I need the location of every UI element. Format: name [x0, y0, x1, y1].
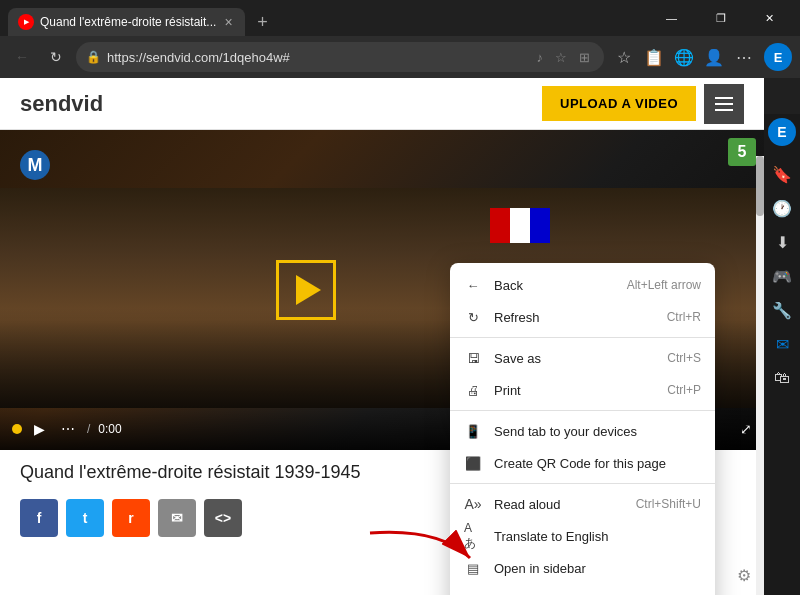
print-label: Print	[494, 383, 655, 398]
context-menu-refresh[interactable]: ↻ Refresh Ctrl+R	[450, 301, 715, 333]
flag-display	[490, 208, 550, 243]
embed-button[interactable]: <>	[204, 499, 242, 537]
sidebar-history-icon[interactable]: 🕐	[766, 192, 798, 224]
context-menu-collections[interactable]: ☆ Add page to Collections ›	[450, 584, 715, 595]
volume-button[interactable]: ⋯	[57, 417, 79, 441]
page-content: sendvid UPLOAD A VIDEO	[0, 78, 764, 595]
browser-frame: Quand l'extrême-droite résistait... × + …	[0, 0, 800, 595]
fullscreen-button[interactable]: ⤢	[740, 421, 752, 437]
play-button[interactable]	[276, 260, 336, 320]
print-icon: 🖨	[464, 381, 482, 399]
refresh-shortcut: Ctrl+R	[667, 310, 701, 324]
saveas-shortcut: Ctrl+S	[667, 351, 701, 365]
qrcode-icon: ⬛	[464, 454, 482, 472]
context-menu-saveas[interactable]: 🖫 Save as Ctrl+S	[450, 342, 715, 374]
ctx-divider-3	[450, 483, 715, 484]
split-view-icon[interactable]: ⊞	[575, 48, 594, 67]
browser-tab[interactable]: Quand l'extrême-droite résistait... ×	[8, 8, 245, 36]
read-aloud-icon[interactable]: ♪	[533, 48, 548, 67]
sidebar-tools-icon[interactable]: 🔧	[766, 294, 798, 326]
sidebar-outlook-icon[interactable]: ✉	[766, 328, 798, 360]
metro-sign: M	[20, 150, 50, 180]
toolbar-icons: ☆ 📋 🌐 👤 ⋯	[610, 43, 758, 71]
new-tab-button[interactable]: +	[249, 8, 277, 36]
context-menu-back[interactable]: ← Back Alt+Left arrow	[450, 269, 715, 301]
readaloud-shortcut: Ctrl+Shift+U	[636, 497, 701, 511]
back-label: Back	[494, 278, 615, 293]
bottom-settings-icon[interactable]: ⚙	[732, 563, 756, 587]
readaloud-icon: A»	[464, 495, 482, 513]
title-bar: Quand l'extrême-droite résistait... × + …	[0, 0, 800, 36]
reddit-share-button[interactable]: r	[112, 499, 150, 537]
refresh-button[interactable]: ↻	[42, 43, 70, 71]
toolbar-more[interactable]: ⋯	[730, 43, 758, 71]
edge-sidebar-profile[interactable]: E	[768, 118, 796, 146]
hamburger-menu-button[interactable]	[704, 84, 744, 124]
sidebar-bookmark-icon[interactable]: 🔖	[766, 158, 798, 190]
print-shortcut: Ctrl+P	[667, 383, 701, 397]
sidebar-label: Open in sidebar	[494, 561, 701, 576]
red-arrow-annotation	[360, 523, 480, 587]
time-separator: /	[87, 422, 90, 436]
menu-line-3	[715, 109, 733, 111]
sidebar-downloads-icon[interactable]: ⬇	[766, 226, 798, 258]
window-controls: — ❐ ✕	[649, 2, 792, 34]
flag-white	[510, 208, 530, 243]
back-button[interactable]: ←	[8, 43, 36, 71]
qrcode-label: Create QR Code for this page	[494, 456, 701, 471]
readaloud-label: Read aloud	[494, 497, 624, 512]
menu-line-1	[715, 97, 733, 99]
sidebar-games-icon[interactable]: 🎮	[766, 260, 798, 292]
lock-icon: 🔒	[86, 50, 101, 64]
context-menu-print[interactable]: 🖨 Print Ctrl+P	[450, 374, 715, 406]
saveas-label: Save as	[494, 351, 655, 366]
hamburger-icon	[715, 97, 733, 111]
sendtab-icon: 📱	[464, 422, 482, 440]
play-control-button[interactable]: ▶	[30, 417, 49, 441]
sidebar-shopping-icon[interactable]: 🛍	[766, 362, 798, 394]
email-share-button[interactable]: ✉	[158, 499, 196, 537]
refresh-ctx-icon: ↻	[464, 308, 482, 326]
favorites-icon[interactable]: ☆	[551, 48, 571, 67]
context-menu-qrcode[interactable]: ⬛ Create QR Code for this page	[450, 447, 715, 479]
minimize-button[interactable]: —	[649, 2, 694, 34]
translate-label: Translate to English	[494, 529, 701, 544]
ctx-divider-1	[450, 337, 715, 338]
upload-button[interactable]: UPLOAD A VIDEO	[542, 86, 696, 121]
ctx-divider-2	[450, 410, 715, 411]
progress-dot	[12, 424, 22, 434]
facebook-share-button[interactable]: f	[20, 499, 58, 537]
close-button[interactable]: ✕	[747, 2, 792, 34]
toolbar-collections[interactable]: 📋	[640, 43, 668, 71]
scrollbar[interactable]	[756, 156, 764, 595]
context-menu: ← Back Alt+Left arrow ↻ Refresh Ctrl+R 🖫…	[450, 263, 715, 595]
maximize-button[interactable]: ❐	[698, 2, 743, 34]
edge-profile-icon[interactable]: E	[764, 43, 792, 71]
tab-title: Quand l'extrême-droite résistait...	[40, 15, 216, 29]
collections-icon: ☆	[464, 591, 482, 595]
back-icon: ←	[464, 276, 482, 294]
address-bar[interactable]: 🔒 https://sendvid.com/1dqeho4w# ♪ ☆ ⊞	[76, 42, 604, 72]
refresh-label: Refresh	[494, 310, 655, 325]
saveas-icon: 🖫	[464, 349, 482, 367]
address-actions: ♪ ☆ ⊞	[533, 48, 595, 67]
time-display: 0:00	[98, 422, 121, 436]
context-menu-sendtab[interactable]: 📱 Send tab to your devices	[450, 415, 715, 447]
tab-favicon	[18, 14, 34, 30]
toolbar-translate[interactable]: 🌐	[670, 43, 698, 71]
toolbar-favorites[interactable]: ☆	[610, 43, 638, 71]
tab-area: Quand l'extrême-droite résistait... × +	[8, 0, 641, 36]
url-text: https://sendvid.com/1dqeho4w#	[107, 50, 527, 65]
twitter-share-button[interactable]: t	[66, 499, 104, 537]
navigation-bar: ← ↻ 🔒 https://sendvid.com/1dqeho4w# ♪ ☆ …	[0, 36, 800, 78]
context-menu-translate[interactable]: Aあ Translate to English	[450, 520, 715, 552]
scrollbar-thumb[interactable]	[756, 156, 764, 216]
flag-red	[490, 208, 510, 243]
site-header: sendvid UPLOAD A VIDEO	[0, 78, 764, 130]
header-right: UPLOAD A VIDEO	[542, 84, 744, 124]
flag-blue	[530, 208, 550, 243]
context-menu-sidebar[interactable]: ▤ Open in sidebar	[450, 552, 715, 584]
toolbar-profile[interactable]: 👤	[700, 43, 728, 71]
tab-close-button[interactable]: ×	[222, 12, 234, 32]
context-menu-readaloud[interactable]: A» Read aloud Ctrl+Shift+U	[450, 488, 715, 520]
